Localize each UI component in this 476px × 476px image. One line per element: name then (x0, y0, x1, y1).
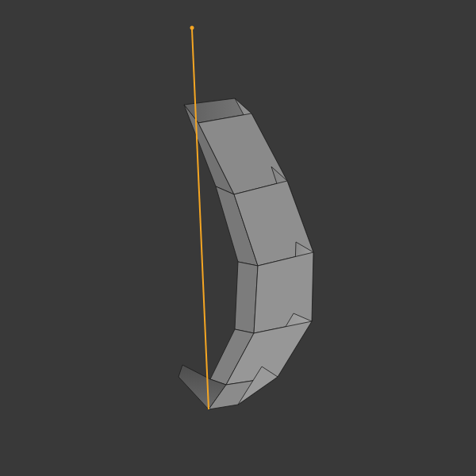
spin-axis (192, 29, 209, 409)
axis-endpoint-top (190, 26, 194, 30)
mesh-render (0, 0, 476, 476)
viewport-3d[interactable] (0, 0, 476, 476)
